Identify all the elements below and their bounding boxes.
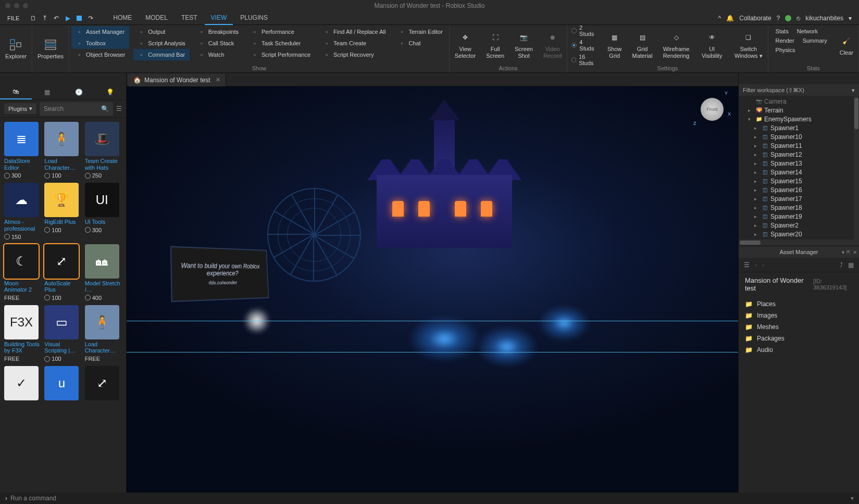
toolbox-item[interactable]: 🎩Team Create with Hats250 xyxy=(85,122,122,179)
toolbox-type-select[interactable]: Plugins▾ xyxy=(4,103,36,114)
render-btn[interactable]: Render xyxy=(773,36,798,45)
explorer-filter[interactable]: Filter workspace (⇧⌘X) ▾ xyxy=(739,84,859,96)
explorer-tree[interactable]: 📷Camera▸🌄Terrain▾📁EnemySpawners▸◫Spawner… xyxy=(739,96,854,240)
tree-node[interactable]: ▸◫Spawner13 xyxy=(739,159,854,168)
scrollbar[interactable] xyxy=(854,96,859,240)
filter-chevron-icon[interactable]: ▾ xyxy=(852,87,855,94)
tree-node[interactable]: ▸◫Spawner14 xyxy=(739,168,854,177)
studs-radio[interactable]: 2 Studs 4 Studs 16 Studs xyxy=(567,25,602,65)
expand-icon[interactable]: ▾ xyxy=(748,117,753,122)
axis-gizmo[interactable]: Front X Y Z xyxy=(695,93,729,126)
ribbon-item-task-scheduler[interactable]: ▫Task Scheduler xyxy=(247,37,315,49)
step-icon[interactable]: ↷ xyxy=(87,15,94,22)
open-icon[interactable]: ⤒ xyxy=(41,15,48,22)
undo-icon[interactable]: ↶ xyxy=(53,15,60,22)
asset-folder[interactable]: 📁Audio xyxy=(739,344,859,356)
window-controls[interactable] xyxy=(5,3,28,8)
summary-btn[interactable]: Summary xyxy=(800,36,830,45)
asset-folder[interactable]: 📁Packages xyxy=(739,333,859,344)
ribbon-item-terrain-editor[interactable]: ▫Terrain Editor xyxy=(394,26,446,37)
grid-view-icon[interactable]: ▦ xyxy=(848,261,854,269)
tab-test[interactable]: TEST xyxy=(175,11,204,25)
tree-node[interactable]: ▸◫Spawner12 xyxy=(739,150,854,159)
play-icon[interactable]: ▶ xyxy=(64,15,71,22)
ribbon-item-script-recovery[interactable]: ▫Script Recovery xyxy=(319,49,390,60)
tab-home[interactable]: HOME xyxy=(107,11,138,25)
ribbon-item-call-stack[interactable]: ▫Call Stack xyxy=(194,37,243,49)
toolbox-item[interactable]: 🧍Load Character…100 xyxy=(44,122,81,179)
toolbox-item[interactable]: ⤢ xyxy=(85,366,122,400)
expand-icon[interactable]: ▸ xyxy=(754,152,760,157)
inventory-tab[interactable]: ▦ xyxy=(32,84,64,99)
chevron-down-icon[interactable]: ▾ xyxy=(851,495,854,502)
switch-windows-button[interactable]: ❏Switch Windows ▾ xyxy=(729,25,768,65)
help-icon[interactable]: ? xyxy=(777,15,780,22)
tab-view[interactable]: VIEW xyxy=(205,11,233,25)
toolbox-item[interactable]: ≣DataStore Editor300 xyxy=(4,122,41,179)
toolbox-item[interactable]: ☁Atmos - professional150 xyxy=(4,183,41,240)
explorer-button[interactable]: Explorer xyxy=(0,25,32,72)
search-icon[interactable]: 🔍 xyxy=(101,105,109,112)
expand-icon[interactable]: ▸ xyxy=(754,125,760,131)
back-icon[interactable]: ‹ xyxy=(755,261,757,269)
expand-icon[interactable]: ▸ xyxy=(754,232,760,237)
bell-icon[interactable]: 🔔 xyxy=(726,15,734,22)
tree-node[interactable]: ▾📁EnemySpawners xyxy=(739,115,854,123)
creations-tab[interactable]: 💡 xyxy=(95,84,127,99)
file-menu[interactable]: FILE xyxy=(3,13,23,23)
video-record-button[interactable]: ⏺Video Record xyxy=(538,25,567,65)
command-bar[interactable]: › Run a command ▾ xyxy=(0,493,859,504)
expand-icon[interactable]: ▸ xyxy=(754,134,760,140)
ribbon-item-output[interactable]: ▫Output xyxy=(133,26,190,37)
ribbon-item-script-performance[interactable]: ▫Script Performance xyxy=(247,49,315,60)
expand-icon[interactable]: ▸ xyxy=(754,223,760,228)
tab-model[interactable]: MODEL xyxy=(139,11,174,25)
ui-visibility-button[interactable]: 👁UI Visibility xyxy=(694,25,729,65)
expand-icon[interactable]: ▸ xyxy=(754,179,760,184)
tree-node[interactable]: ▸◫Spawner16 xyxy=(739,185,854,194)
ribbon-item-chat[interactable]: ▫Chat xyxy=(394,37,446,49)
expand-icon[interactable]: ▸ xyxy=(754,214,760,219)
toolbox-item[interactable]: UIUI Tools300 xyxy=(85,183,122,240)
toolbox-item[interactable]: u xyxy=(44,366,81,400)
toolbox-item[interactable]: 🏆RigEdit Plus100 xyxy=(44,183,81,240)
expand-icon[interactable]: ▸ xyxy=(748,108,753,113)
ribbon-item-asset-manager[interactable]: ▫Asset Manager xyxy=(71,26,129,37)
ribbon-item-find-all-replace-all[interactable]: ▫Find All / Replace All xyxy=(319,26,390,37)
pin-icon[interactable]: ⇱ xyxy=(846,249,851,255)
forward-icon[interactable]: › xyxy=(762,261,764,269)
toolbox-item[interactable]: ⤢AutoScale Plus100 xyxy=(44,244,81,301)
full-screen-button[interactable]: ⛶Full Screen xyxy=(481,25,509,65)
physics-btn[interactable]: Physics xyxy=(773,46,799,54)
toolbox-item[interactable]: 🧍Load Character…FREE xyxy=(85,305,122,362)
marketplace-tab[interactable]: 🛍 xyxy=(0,84,32,99)
stats-btn[interactable]: Stats xyxy=(773,27,792,35)
recent-tab[interactable]: 🕘 xyxy=(63,84,95,99)
ribbon-item-watch[interactable]: ▫Watch xyxy=(194,49,243,60)
show-grid-button[interactable]: ▦Show Grid xyxy=(602,25,627,65)
ribbon-item-performance[interactable]: ▫Performance xyxy=(247,26,315,37)
toolbox-item[interactable]: ☾Moon Animator 2FREE xyxy=(4,244,41,301)
ribbon-item-command-bar[interactable]: ▫Command Bar xyxy=(133,49,190,60)
expand-icon[interactable]: ▸ xyxy=(754,161,760,166)
tree-node[interactable]: ▸◫Spawner10 xyxy=(739,132,854,141)
tree-node[interactable]: ▸◫Spawner11 xyxy=(739,141,854,150)
tree-node[interactable]: ▸◫Spawner15 xyxy=(739,177,854,185)
username-label[interactable]: kikuchanbites xyxy=(805,15,843,22)
user-chevron-icon[interactable]: ▾ xyxy=(849,15,852,22)
toolbox-item[interactable]: F3XBuilding Tools by F3XFREE xyxy=(4,305,41,362)
ribbon-item-script-analysis[interactable]: ▫Script Analysis xyxy=(133,37,190,49)
ribbon-item-toolbox[interactable]: ▫Toolbox xyxy=(71,37,129,49)
ribbon-item-breakpoints[interactable]: ▫Breakpoints xyxy=(194,26,243,37)
toolbox-item[interactable]: ▭Visual Scripting |…100 xyxy=(44,305,81,362)
tree-node[interactable]: ▸🌄Terrain xyxy=(739,106,854,115)
upload-icon[interactable]: ⤴ xyxy=(840,261,843,269)
expand-icon[interactable]: ▸ xyxy=(754,205,760,210)
close-icon[interactable]: ✕ xyxy=(853,249,857,255)
share-icon[interactable]: ⎋ xyxy=(796,15,800,22)
stop-icon[interactable] xyxy=(76,15,83,22)
new-file-icon[interactable]: 🗋 xyxy=(30,15,37,22)
expand-icon[interactable]: ▸ xyxy=(754,143,760,148)
expand-icon[interactable]: ▸ xyxy=(754,196,760,201)
chevron-up-icon[interactable]: ^ xyxy=(718,15,721,22)
